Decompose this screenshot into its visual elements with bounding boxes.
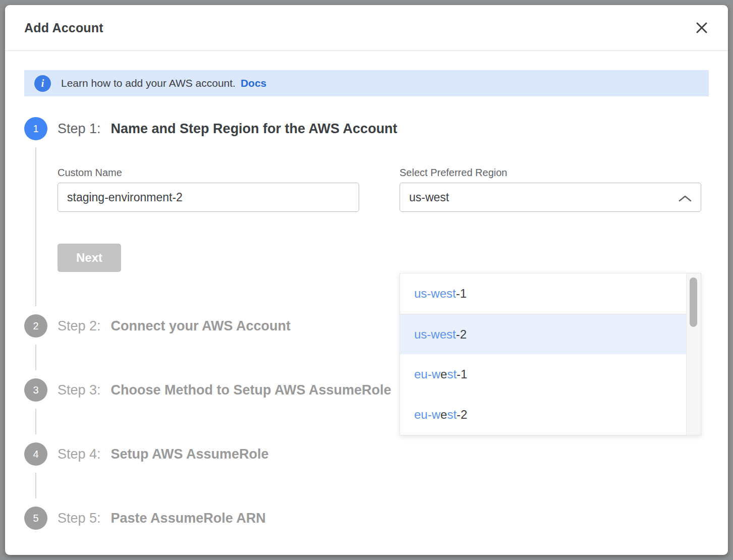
region-label: Select Preferred Region — [400, 167, 701, 179]
next-button[interactable]: Next — [58, 244, 121, 272]
dropdown-scrollbar-track[interactable] — [686, 273, 701, 435]
region-option-text: us-west-2 — [414, 327, 467, 342]
dropdown-scrollbar-thumb[interactable] — [690, 277, 697, 327]
docs-link[interactable]: Docs — [241, 77, 266, 89]
step-3-label: Step 3: — [58, 378, 101, 402]
chevron-up-icon[interactable] — [675, 191, 695, 206]
step-4-title: Setup AWS AssumeRole — [111, 442, 269, 466]
step-4-label: Step 4: — [58, 442, 101, 466]
step-1-heading: Step 1: Name and Step Region for the AWS… — [58, 117, 709, 140]
modal-header: Add Account — [5, 5, 728, 50]
step-2-label: Step 2: — [58, 314, 101, 338]
region-dropdown: us-west-1 us-west-2 eu-west-1 eu-west-2 — [400, 273, 701, 435]
banner-message: Learn how to add your AWS account. — [61, 77, 236, 89]
info-banner: i Learn how to add your AWS account. Doc… — [24, 70, 709, 96]
step-1-circle: 1 — [24, 117, 47, 140]
step-1-title: Name and Step Region for the AWS Account — [111, 117, 398, 140]
custom-name-input[interactable] — [58, 183, 359, 212]
region-option[interactable]: us-west-2 — [400, 314, 701, 354]
step-1-label: Step 1: — [58, 117, 101, 140]
info-icon: i — [34, 75, 51, 92]
step-5-title: Paste AssumeRole ARN — [111, 507, 266, 530]
step-4-heading: Step 4: Setup AWS AssumeRole — [58, 442, 709, 466]
step-4-circle: 4 — [24, 442, 47, 466]
step-2-circle: 2 — [24, 314, 47, 338]
region-combobox-input[interactable] — [400, 183, 701, 212]
region-dropdown-list: us-west-1 us-west-2 eu-west-1 eu-west-2 — [400, 273, 701, 435]
region-option-text: eu-west-1 — [414, 367, 467, 381]
step-connector — [35, 147, 36, 306]
step-connector — [35, 345, 36, 370]
step-connector — [35, 473, 36, 498]
close-button[interactable] — [692, 18, 712, 38]
custom-name-label: Custom Name — [58, 167, 359, 179]
step-5: 5 Step 5: Paste AssumeRole ARN — [24, 507, 709, 554]
step-3-title: Choose Method to Setup AWS AssumeRole — [111, 378, 391, 402]
region-option[interactable]: us-west-1 — [400, 273, 701, 314]
step-3-circle: 3 — [24, 378, 47, 402]
step-5-heading: Step 5: Paste AssumeRole ARN — [58, 507, 709, 530]
modal-title: Add Account — [24, 21, 103, 35]
close-icon — [695, 21, 708, 34]
step-1: 1 Step 1: Name and Step Region for the A… — [24, 117, 709, 314]
region-option[interactable]: eu-west-1 — [400, 354, 701, 395]
step-4: 4 Step 4: Setup AWS AssumeRole — [24, 442, 709, 507]
region-option[interactable]: eu-west-2 — [400, 395, 701, 435]
add-account-modal: Add Account i Learn how to add your AWS … — [5, 5, 728, 555]
step-5-circle: 5 — [24, 507, 47, 530]
step-connector — [35, 409, 36, 434]
step-2-title: Connect your AWS Account — [111, 314, 291, 338]
step-5-label: Step 5: — [58, 507, 101, 530]
region-option-text: eu-west-2 — [414, 408, 467, 422]
region-option-text: us-west-1 — [414, 287, 467, 301]
